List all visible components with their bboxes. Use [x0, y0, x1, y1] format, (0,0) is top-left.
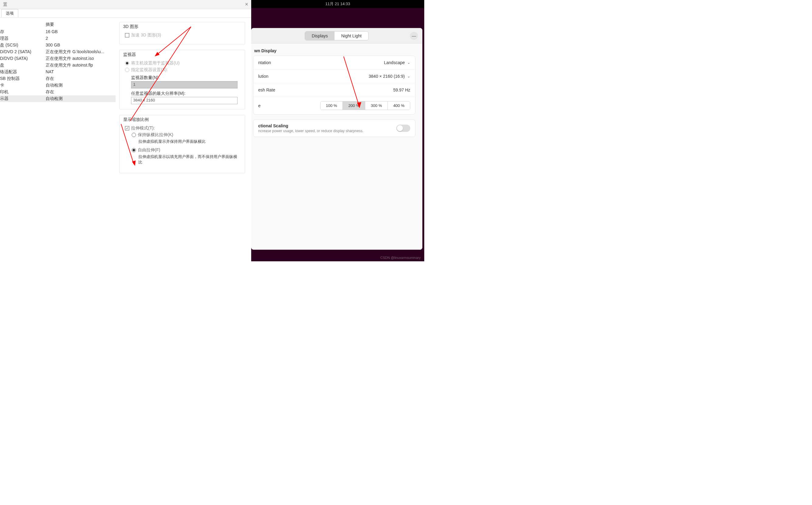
vmware-settings-dialog: 置 × 选项 摘要 存16 GB理器2盘 (SCSI)300 GBD/DVD 2…	[0, 0, 251, 261]
device-summary: 正在使用文件 G:\tools\tools\u...	[45, 49, 116, 55]
display-settings-list: ntation Landscape⌄ lution 3840 × 2160 (1…	[253, 55, 416, 115]
device-row[interactable]: SB 控制器存在	[0, 75, 116, 82]
minimize-button[interactable]: —	[410, 32, 418, 40]
radio-free-stretch[interactable]: 自由拉伸(F)	[132, 147, 239, 153]
device-name: 示器	[0, 96, 45, 102]
dialog-tabs: 选项	[0, 9, 251, 18]
device-row[interactable]: 示器自动检测	[0, 96, 116, 102]
device-row[interactable]: 络适配器NAT	[0, 69, 116, 75]
display-section-title: wn Display	[253, 48, 416, 53]
radio-use-host[interactable]: 将主机设置用于监视器(U)	[125, 60, 239, 66]
section-scale: 显示缩放比例 拉伸模式(T): 保持纵横比拉伸(K) 拉伸虚拟机显示并保持用户界…	[119, 115, 245, 173]
device-row[interactable]: D/DVD (SATA)正在使用文件 autoinst.iso	[0, 55, 116, 62]
device-name: 盘	[0, 62, 45, 68]
device-summary: 自动检测	[45, 82, 116, 88]
checkbox-accel-3d[interactable]: 加速 3D 图形(3)	[125, 32, 239, 38]
device-name: 印机	[0, 89, 45, 95]
device-summary: 存在	[45, 89, 116, 95]
section-title-scale: 显示缩放比例	[120, 115, 245, 124]
scale-option-button[interactable]: 100 %	[321, 102, 343, 110]
watermark: CSDN @linuxarmsummary	[380, 256, 421, 260]
col-summary: 摘要	[45, 22, 116, 27]
free-stretch-desc: 拉伸虚拟机显示以填充用户界面，而不保持用户界面纵横比	[138, 154, 239, 165]
row-scale: e 100 %200 %300 %400 %	[253, 97, 415, 114]
device-name: 盘 (SCSI)	[0, 42, 45, 48]
checkbox-stretch-mode[interactable]: 拉伸模式(T):	[125, 126, 239, 131]
ubuntu-topbar: 11月 21 14:33	[251, 0, 424, 8]
section-title-3d: 3D 图形	[120, 22, 245, 31]
device-name: 存	[0, 29, 45, 35]
row-resolution[interactable]: lution 3840 × 2160 (16:9)⌄	[253, 69, 415, 83]
device-name: 卡	[0, 82, 45, 88]
close-icon[interactable]: ×	[245, 1, 248, 8]
device-summary: NAT	[45, 69, 116, 75]
monitor-count-select[interactable]: 1	[131, 81, 238, 89]
displays-tabs: Displays Night Light	[305, 31, 369, 40]
fractional-scaling-toggle[interactable]	[396, 125, 410, 132]
gnome-settings-displays: Displays Night Light — wn Display ntatio…	[251, 28, 423, 250]
device-list: 摘要 存16 GB理器2盘 (SCSI)300 GBD/DVD 2 (SATA)…	[0, 18, 116, 261]
ubuntu-clock: 11月 21 14:33	[325, 1, 350, 7]
device-row[interactable]: 存16 GB	[0, 29, 116, 35]
scale-option-button[interactable]: 400 %	[388, 102, 410, 110]
ubuntu-window: 11月 21 14:33 Displays Night Light — wn D…	[251, 0, 424, 261]
device-summary: 自动检测	[45, 96, 116, 102]
device-row[interactable]: 理器2	[0, 35, 116, 42]
row-orientation[interactable]: ntation Landscape⌄	[253, 56, 415, 69]
section-monitor: 监视器 将主机设置用于监视器(U) 指定监视器设置(S): 监视器数量(N): …	[119, 50, 245, 110]
scale-option-button[interactable]: 300 %	[365, 102, 388, 110]
keep-aspect-desc: 拉伸虚拟机显示并保持用户界面纵横比	[138, 139, 239, 144]
max-res-label: 任意监视器的最大分辨率(M):	[131, 91, 239, 96]
dialog-title: 置	[3, 2, 7, 7]
tab-night-light[interactable]: Night Light	[335, 32, 368, 40]
device-name: SB 控制器	[0, 76, 45, 81]
radio-keep-aspect[interactable]: 保持纵横比拉伸(K)	[132, 132, 239, 138]
device-summary: 正在使用文件 autoinst.iso	[45, 56, 116, 61]
device-row[interactable]: 卡自动检测	[0, 82, 116, 89]
radio-specify-monitor[interactable]: 指定监视器设置(S):	[125, 67, 239, 72]
device-name: 络适配器	[0, 69, 45, 75]
row-refresh-rate: esh Rate 59.97 Hz	[253, 83, 415, 97]
device-row[interactable]: 盘正在使用文件 autoinst.flp	[0, 62, 116, 69]
chevron-down-icon: ⌄	[407, 74, 410, 78]
tab-options[interactable]: 选项	[1, 9, 18, 17]
settings-header: Displays Night Light —	[251, 28, 422, 43]
device-summary: 存在	[45, 76, 116, 81]
max-res-select[interactable]: 3840 x 2160	[131, 97, 238, 104]
device-name: D/DVD (SATA)	[0, 56, 45, 61]
device-name: D/DVD 2 (SATA)	[0, 49, 45, 55]
scale-option-button[interactable]: 200 %	[343, 102, 365, 110]
section-title-monitor: 监视器	[120, 50, 245, 59]
device-detail-panel: 3D 图形 加速 3D 图形(3) 监视器 将主机设置用于监视器(U)	[116, 18, 251, 261]
scale-button-group: 100 %200 %300 %400 %	[320, 101, 411, 110]
tab-displays[interactable]: Displays	[305, 32, 335, 40]
device-summary: 16 GB	[45, 29, 116, 35]
monitor-count-label: 监视器数量(N):	[131, 75, 239, 80]
device-name: 理器	[0, 36, 45, 41]
device-row[interactable]: 盘 (SCSI)300 GB	[0, 42, 116, 49]
device-summary: 2	[45, 36, 116, 41]
dialog-titlebar: 置 ×	[0, 0, 251, 9]
section-3d-graphics: 3D 图形 加速 3D 图形(3)	[119, 22, 245, 44]
fractional-scaling-title: ctional Scaling	[258, 123, 363, 128]
device-row[interactable]: D/DVD 2 (SATA)正在使用文件 G:\tools\tools\u...	[0, 49, 116, 55]
chevron-down-icon: ⌄	[407, 60, 410, 65]
col-device	[0, 22, 45, 27]
row-fractional-scaling: ctional Scaling ncrease power usage, low…	[253, 120, 416, 137]
fractional-scaling-desc: ncrease power usage, lower speed, or red…	[258, 129, 363, 133]
device-summary: 正在使用文件 autoinst.flp	[45, 62, 116, 68]
device-row[interactable]: 印机存在	[0, 89, 116, 96]
device-summary: 300 GB	[45, 42, 116, 48]
